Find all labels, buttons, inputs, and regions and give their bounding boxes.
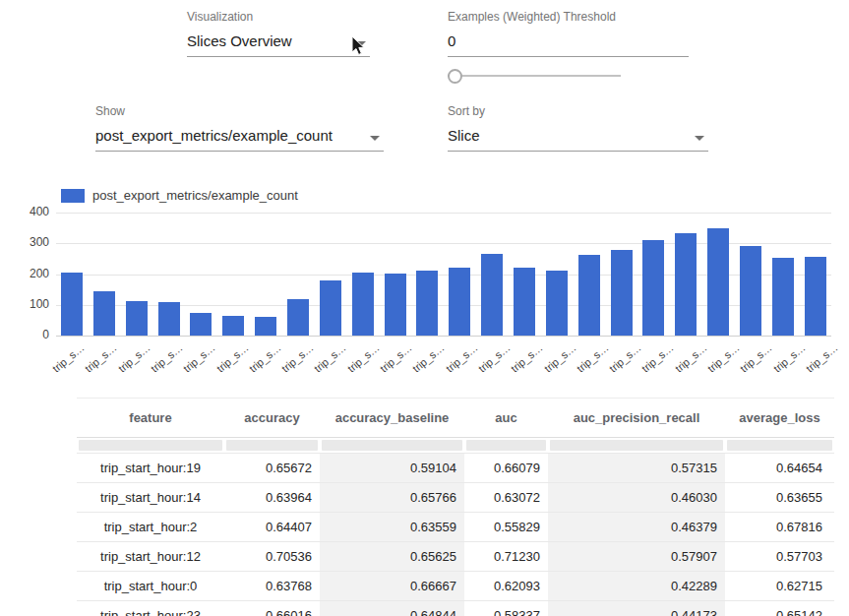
feature-cell: trip_start_hour:2 bbox=[77, 513, 224, 542]
bar[interactable] bbox=[352, 273, 374, 336]
dropdown-arrow-icon[interactable] bbox=[356, 41, 366, 46]
bar[interactable] bbox=[385, 274, 406, 336]
filter-cell bbox=[224, 438, 320, 454]
bar[interactable] bbox=[481, 254, 503, 336]
metric-cell: 0.65142 bbox=[725, 601, 834, 616]
column-header[interactable]: average_loss bbox=[725, 399, 834, 438]
x-tick-label: trip_s… bbox=[749, 339, 770, 380]
feature-cell: trip_start_hour:14 bbox=[77, 483, 224, 513]
legend-label: post_export_metrics/example_count bbox=[92, 188, 298, 203]
metric-cell: 0.62093 bbox=[464, 572, 548, 601]
visualization-selected-text: Slices Overview bbox=[187, 32, 292, 49]
metric-cell: 0.59104 bbox=[320, 454, 464, 483]
sort-by-value[interactable]: Slice bbox=[448, 125, 708, 152]
x-tick-label: trip_s… bbox=[93, 339, 115, 380]
feature-cell: trip_start_hour:19 bbox=[77, 454, 224, 483]
bar[interactable] bbox=[578, 255, 600, 336]
column-header[interactable]: auc_precision_recall bbox=[548, 399, 725, 438]
metric-cell: 0.57315 bbox=[548, 454, 725, 483]
metric-cell: 0.46379 bbox=[548, 513, 725, 542]
bar[interactable] bbox=[642, 240, 664, 337]
x-tick-label: trip_s… bbox=[618, 339, 639, 380]
column-header[interactable]: feature bbox=[77, 399, 224, 438]
bar[interactable] bbox=[740, 246, 761, 336]
metric-cell: 0.64844 bbox=[320, 601, 464, 616]
visualization-label: Visualization bbox=[187, 10, 370, 24]
metric-cell: 0.65766 bbox=[320, 483, 464, 513]
bar[interactable] bbox=[126, 301, 148, 336]
table-header-row: featureaccuracyaccuracy_baselineaucauc_p… bbox=[77, 399, 834, 438]
bar[interactable] bbox=[61, 273, 83, 336]
metric-cell: 0.66016 bbox=[224, 601, 320, 616]
show-label: Show bbox=[95, 104, 384, 118]
metric-cell: 0.65672 bbox=[224, 454, 320, 483]
feature-cell: trip_start_hour:12 bbox=[77, 542, 224, 572]
threshold-slider[interactable] bbox=[448, 68, 621, 84]
table-row: trip_start_hour:140.639640.657660.630720… bbox=[77, 483, 834, 513]
metric-cell: 0.66079 bbox=[464, 454, 548, 483]
x-tick-label: trip_s… bbox=[389, 339, 410, 380]
bar[interactable] bbox=[514, 268, 535, 336]
dropdown-arrow-icon[interactable] bbox=[370, 136, 380, 141]
column-header[interactable]: accuracy bbox=[224, 399, 320, 438]
table-row: trip_start_hour:20.644070.635590.558290.… bbox=[77, 513, 834, 542]
bar[interactable] bbox=[611, 250, 633, 336]
filter-cell bbox=[320, 438, 464, 454]
metric-cell: 0.57907 bbox=[548, 542, 725, 572]
table-row: trip_start_hour:120.705360.656250.712300… bbox=[77, 542, 834, 572]
filter-cell bbox=[77, 438, 224, 454]
metrics-table: featureaccuracyaccuracy_baselineaucauc_p… bbox=[77, 398, 834, 616]
metric-cell: 0.66667 bbox=[320, 572, 464, 601]
visualization-dropdown[interactable]: Visualization Slices Overview bbox=[187, 10, 370, 57]
bar[interactable] bbox=[287, 299, 309, 337]
table-row: trip_start_hour:00.637680.666670.620930.… bbox=[77, 572, 834, 601]
bar[interactable] bbox=[546, 271, 568, 336]
y-tick-label: 200 bbox=[16, 267, 49, 280]
show-dropdown[interactable]: Show post_export_metrics/example_count bbox=[95, 104, 384, 152]
feature-cell: trip_start_hour:0 bbox=[77, 572, 224, 601]
metric-cell: 0.67816 bbox=[725, 513, 834, 542]
bar[interactable] bbox=[158, 302, 180, 336]
metric-cell: 0.63964 bbox=[224, 483, 320, 513]
filter-cell bbox=[725, 438, 834, 454]
metric-cell: 0.63655 bbox=[725, 483, 834, 513]
column-header[interactable]: auc bbox=[464, 399, 548, 438]
bar[interactable] bbox=[416, 271, 438, 336]
bar[interactable] bbox=[772, 258, 794, 336]
metric-cell: 0.63072 bbox=[464, 483, 548, 513]
show-value[interactable]: post_export_metrics/example_count bbox=[95, 125, 384, 152]
bar[interactable] bbox=[93, 291, 115, 336]
slider-track[interactable] bbox=[448, 75, 621, 77]
feature-cell: trip_start_hour:23 bbox=[77, 601, 224, 616]
bar[interactable] bbox=[320, 280, 341, 336]
bar[interactable] bbox=[222, 316, 244, 336]
bar[interactable] bbox=[707, 228, 729, 336]
y-tick-label: 400 bbox=[16, 205, 49, 218]
dropdown-arrow-icon[interactable] bbox=[695, 136, 704, 141]
bar[interactable] bbox=[190, 313, 212, 336]
x-axis-labels: trip_s…trip_s…trip_s…trip_s…trip_s…trip_… bbox=[56, 339, 841, 380]
metric-cell: 0.57703 bbox=[725, 542, 834, 572]
filter-cell bbox=[548, 438, 725, 454]
bar[interactable] bbox=[255, 317, 276, 336]
x-tick-label: trip_s… bbox=[224, 339, 246, 380]
x-tick-label: trip_s… bbox=[159, 339, 181, 380]
bar[interactable] bbox=[675, 233, 697, 336]
x-tick-label: trip_s… bbox=[782, 339, 804, 380]
metric-cell: 0.64654 bbox=[725, 454, 834, 483]
threshold-input[interactable]: 0 bbox=[448, 31, 689, 57]
table-filter-row bbox=[77, 438, 834, 454]
visualization-value[interactable]: Slices Overview bbox=[187, 31, 370, 57]
table-row: trip_start_hour:230.660160.648440.583370… bbox=[77, 601, 834, 616]
chart-legend: post_export_metrics/example_count bbox=[61, 188, 298, 203]
x-tick-label: trip_s… bbox=[192, 339, 213, 380]
x-tick-label: trip_s… bbox=[716, 339, 738, 380]
y-axis: 0100200300400 bbox=[16, 213, 49, 336]
bar[interactable] bbox=[449, 268, 470, 336]
x-tick-label: trip_s… bbox=[323, 339, 344, 380]
slider-knob[interactable] bbox=[448, 69, 462, 84]
column-header[interactable]: accuracy_baseline bbox=[320, 399, 464, 438]
threshold-field[interactable]: Examples (Weighted) Threshold 0 bbox=[448, 10, 689, 57]
bar[interactable] bbox=[805, 257, 826, 336]
sort-by-dropdown[interactable]: Sort by Slice bbox=[448, 104, 708, 152]
